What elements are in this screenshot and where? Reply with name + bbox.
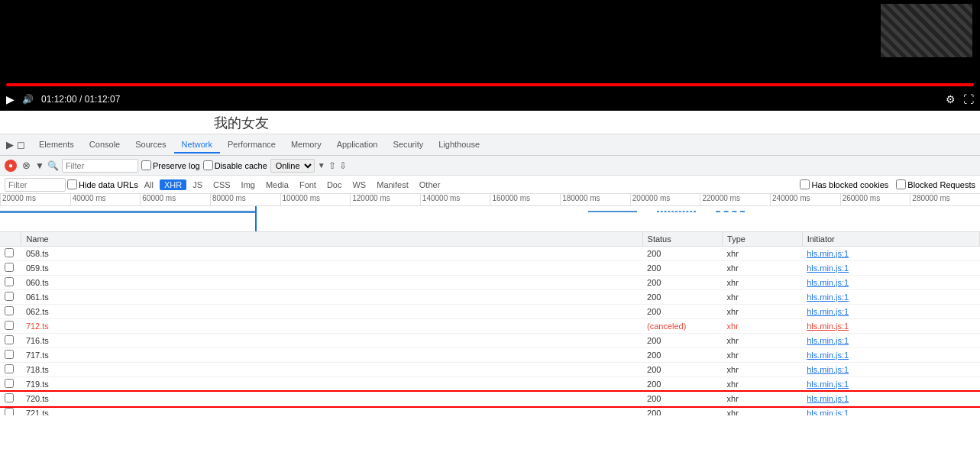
filter-xhr[interactable]: XHR bbox=[160, 179, 186, 190]
row-checkbox[interactable] bbox=[5, 321, 14, 330]
cell-status: 200 bbox=[642, 363, 723, 377]
tab-network[interactable]: Network bbox=[174, 137, 220, 153]
timeline-tick: 120000 ms bbox=[350, 194, 420, 205]
cell-initiator[interactable]: hls.min.js:1 bbox=[802, 319, 979, 334]
cell-initiator[interactable]: hls.min.js:1 bbox=[802, 247, 979, 261]
filter-icon[interactable]: ▼ bbox=[35, 160, 44, 171]
cell-initiator[interactable]: hls.min.js:1 bbox=[802, 305, 979, 319]
record-button[interactable]: ● bbox=[5, 160, 17, 172]
blocked-requests-checkbox[interactable] bbox=[896, 179, 906, 189]
import-icon[interactable]: ⇧ bbox=[328, 160, 336, 171]
clear-button[interactable]: ⊗ bbox=[20, 160, 32, 172]
throttle-select[interactable]: Online bbox=[270, 159, 315, 173]
filter-img[interactable]: Img bbox=[237, 179, 260, 190]
timeline-tick: 80000 ms bbox=[210, 194, 280, 205]
row-checkbox[interactable] bbox=[5, 248, 14, 257]
table-row[interactable]: 719.ts200xhrhls.min.js:1 bbox=[0, 377, 980, 392]
waterfall-bar-2 bbox=[588, 211, 637, 212]
row-checkbox[interactable] bbox=[5, 393, 14, 402]
filter-font[interactable]: Font bbox=[295, 179, 321, 190]
table-row[interactable]: 712.ts(canceled)xhrhls.min.js:1 bbox=[0, 319, 980, 334]
table-row[interactable]: 061.ts200xhrhls.min.js:1 bbox=[0, 290, 980, 305]
filter-doc[interactable]: Doc bbox=[322, 179, 347, 190]
play-button[interactable]: ▶ bbox=[6, 93, 15, 105]
cell-initiator[interactable]: hls.min.js:1 bbox=[802, 348, 979, 363]
tab-application[interactable]: Application bbox=[329, 137, 386, 153]
table-row[interactable]: 717.ts200xhrhls.min.js:1 bbox=[0, 348, 980, 363]
tab-console[interactable]: Console bbox=[82, 137, 128, 153]
row-checkbox[interactable] bbox=[5, 263, 14, 272]
col-name[interactable]: Name bbox=[21, 232, 642, 247]
col-status[interactable]: Status bbox=[642, 232, 723, 247]
table-row[interactable]: 721.ts200xhrhls.min.js:1 bbox=[0, 406, 980, 416]
cell-status: 200 bbox=[642, 406, 723, 416]
cell-status: 200 bbox=[642, 290, 723, 305]
settings-button[interactable]: ⚙ bbox=[946, 93, 956, 105]
cell-initiator[interactable]: hls.min.js:1 bbox=[802, 377, 979, 392]
timeline-tick: 140000 ms bbox=[420, 194, 490, 205]
row-checkbox[interactable] bbox=[5, 350, 14, 359]
filter-js[interactable]: JS bbox=[188, 179, 207, 190]
inspect-icon[interactable]: ▶ bbox=[6, 139, 14, 150]
table-row[interactable]: 716.ts200xhrhls.min.js:1 bbox=[0, 334, 980, 348]
row-checkbox[interactable] bbox=[5, 292, 14, 301]
disable-cache-checkbox[interactable] bbox=[203, 160, 213, 170]
table-row[interactable]: 058.ts200xhrhls.min.js:1 bbox=[0, 247, 980, 261]
cell-initiator[interactable]: hls.min.js:1 bbox=[802, 406, 979, 416]
filter-media[interactable]: Media bbox=[261, 179, 293, 190]
device-icon[interactable]: ◻ bbox=[17, 139, 25, 150]
filter-css[interactable]: CSS bbox=[209, 179, 235, 190]
table-row[interactable]: 062.ts200xhrhls.min.js:1 bbox=[0, 305, 980, 319]
row-checkbox[interactable] bbox=[5, 335, 14, 344]
cell-name: 718.ts bbox=[21, 363, 642, 377]
row-checkbox[interactable] bbox=[5, 277, 14, 286]
row-checkbox[interactable] bbox=[5, 379, 14, 388]
progress-bar-container[interactable] bbox=[6, 83, 974, 86]
hide-data-urls-label: Hide data URLs bbox=[67, 179, 138, 189]
cell-initiator[interactable]: hls.min.js:1 bbox=[802, 276, 979, 290]
cell-initiator[interactable]: hls.min.js:1 bbox=[802, 363, 979, 377]
has-blocked-cookies-checkbox[interactable] bbox=[800, 179, 810, 189]
timeline-tick: 160000 ms bbox=[490, 194, 560, 205]
video-player: ▶ 🔊 01:12:00 / 01:12:07 ⚙ ⛶ bbox=[0, 0, 980, 111]
cell-initiator[interactable]: hls.min.js:1 bbox=[802, 334, 979, 348]
cell-name: 719.ts bbox=[21, 377, 642, 392]
tab-performance[interactable]: Performance bbox=[220, 137, 283, 153]
table-row[interactable]: 059.ts200xhrhls.min.js:1 bbox=[0, 261, 980, 276]
col-initiator[interactable]: Initiator bbox=[802, 232, 979, 247]
table-row[interactable]: 060.ts200xhrhls.min.js:1 bbox=[0, 276, 980, 290]
waterfall-bar-3 bbox=[657, 211, 696, 212]
hide-data-urls-checkbox[interactable] bbox=[67, 179, 77, 189]
filter-all[interactable]: All bbox=[140, 179, 158, 190]
filter-ws[interactable]: WS bbox=[348, 179, 370, 190]
row-checkbox[interactable] bbox=[5, 364, 14, 373]
cell-initiator[interactable]: hls.min.js:1 bbox=[802, 261, 979, 276]
volume-button[interactable]: 🔊 bbox=[22, 94, 34, 105]
tab-elements[interactable]: Elements bbox=[31, 137, 82, 153]
cell-status: 200 bbox=[642, 305, 723, 319]
timeline-tick: 220000 ms bbox=[700, 194, 770, 205]
cell-initiator[interactable]: hls.min.js:1 bbox=[802, 290, 979, 305]
cell-name: 721.ts bbox=[21, 406, 642, 416]
tab-memory[interactable]: Memory bbox=[283, 137, 329, 153]
waterfall-line bbox=[255, 206, 257, 232]
filter-input[interactable] bbox=[62, 159, 138, 173]
cell-type: xhr bbox=[723, 406, 803, 416]
fullscreen-button[interactable]: ⛶ bbox=[963, 93, 974, 105]
row-checkbox[interactable] bbox=[5, 408, 14, 415]
filter-manifest[interactable]: Manifest bbox=[372, 179, 413, 190]
tab-security[interactable]: Security bbox=[385, 137, 431, 153]
preserve-log-checkbox[interactable] bbox=[141, 160, 151, 170]
url-filter-input[interactable] bbox=[5, 178, 66, 192]
export-icon[interactable]: ⇩ bbox=[339, 160, 347, 171]
row-checkbox[interactable] bbox=[5, 306, 14, 315]
tab-lighthouse[interactable]: Lighthouse bbox=[431, 137, 487, 153]
search-icon[interactable]: 🔍 bbox=[47, 160, 59, 171]
cell-type: xhr bbox=[723, 392, 803, 406]
filter-other[interactable]: Other bbox=[415, 179, 445, 190]
cell-initiator[interactable]: hls.min.js:1 bbox=[802, 392, 979, 406]
tab-sources[interactable]: Sources bbox=[128, 137, 173, 153]
col-type[interactable]: Type bbox=[723, 232, 803, 247]
table-row[interactable]: 720.ts200xhrhls.min.js:1 bbox=[0, 392, 980, 406]
table-row[interactable]: 718.ts200xhrhls.min.js:1 bbox=[0, 363, 980, 377]
